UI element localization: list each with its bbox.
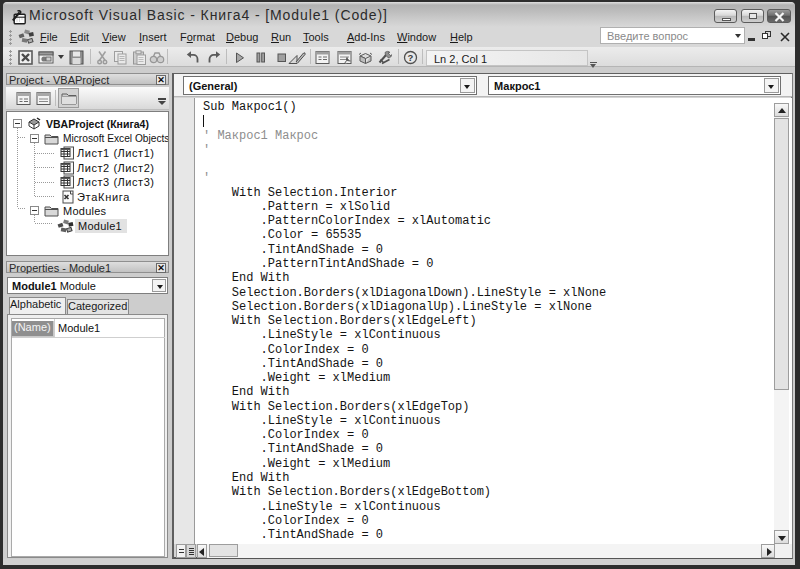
svg-text:?: ? (408, 52, 414, 63)
